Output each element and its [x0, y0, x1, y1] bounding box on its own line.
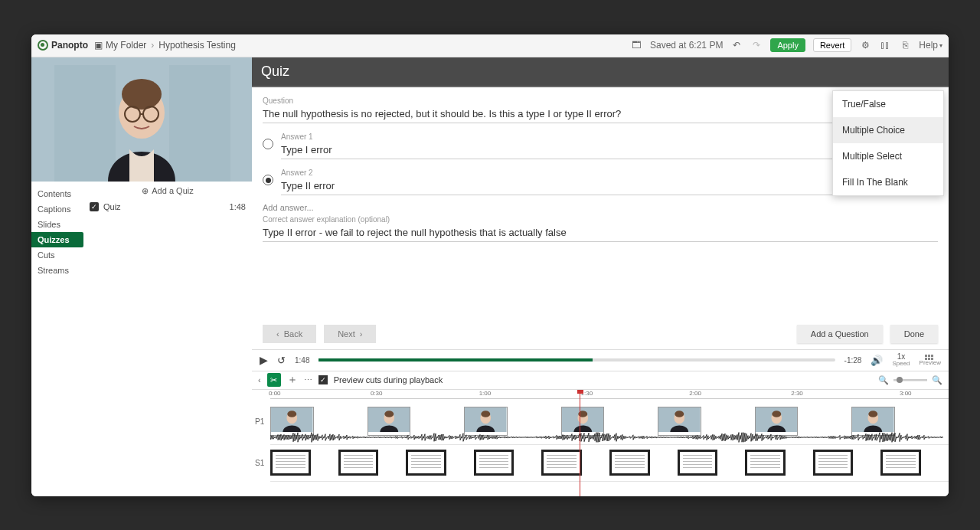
- apply-button[interactable]: Apply: [770, 38, 805, 52]
- answer-1-radio[interactable]: [263, 139, 273, 149]
- breadcrumb-folder[interactable]: ▣ My Folder: [94, 40, 146, 51]
- quiz-item-name: Quiz: [103, 202, 121, 211]
- plus-circle-icon: ⊕: [142, 186, 149, 196]
- slide-thumb-frame[interactable]: [813, 450, 854, 476]
- next-button[interactable]: Next›: [324, 325, 376, 343]
- rewind-icon[interactable]: ↺: [277, 355, 286, 366]
- svg-point-26: [772, 411, 781, 417]
- nav-contents[interactable]: Contents: [31, 186, 83, 201]
- nav-captions[interactable]: Captions: [31, 201, 83, 217]
- svg-point-23: [675, 411, 684, 417]
- play-icon[interactable]: ▶: [260, 354, 268, 366]
- volume-icon[interactable]: 🔊: [871, 355, 883, 366]
- ruler-mark: 2:30: [791, 390, 803, 397]
- more-tool-icon[interactable]: ⋯: [304, 375, 312, 385]
- zoom-in-icon[interactable]: 🔍: [932, 375, 942, 385]
- side-content: ⊕ Add a Quiz ✓ Quiz 1:48: [83, 182, 252, 496]
- slide-thumb-frame[interactable]: [270, 450, 311, 476]
- explanation-label: Correct answer explanation (optional): [263, 215, 938, 224]
- slide-thumb-frame[interactable]: [745, 450, 786, 476]
- nav-slides[interactable]: Slides: [31, 217, 83, 232]
- saved-status: Saved at 6:21 PM: [650, 40, 723, 51]
- left-panel: Contents Captions Slides Quizzes Cuts St…: [31, 57, 252, 496]
- brand-name: Panopto: [51, 40, 88, 51]
- add-answer-button[interactable]: Add answer...: [263, 203, 938, 212]
- side-nav: Contents Captions Slides Quizzes Cuts St…: [31, 182, 83, 496]
- type-option-truefalse[interactable]: True/False: [833, 91, 943, 117]
- quiz-list-item[interactable]: ✓ Quiz 1:48: [90, 201, 246, 213]
- ruler-mark: 3:00: [900, 390, 912, 397]
- revert-button[interactable]: Revert: [813, 38, 851, 52]
- remaining-time: -1:28: [844, 356, 862, 365]
- timeline[interactable]: 0:00 0:30 1:00 1:30 2:00 2:30 3:00 P1 S1: [252, 389, 949, 496]
- ruler-mark: 2:00: [689, 390, 701, 397]
- back-button[interactable]: ‹Back: [263, 325, 316, 343]
- chevron-down-icon: ▾: [939, 42, 942, 49]
- answer-2-radio[interactable]: [263, 175, 273, 185]
- slide-thumb-frame[interactable]: [406, 450, 446, 476]
- ruler-mark: 0:00: [269, 390, 281, 397]
- nav-streams[interactable]: Streams: [31, 263, 83, 278]
- undo-icon[interactable]: ↶: [730, 40, 743, 51]
- slide-thumb-frame[interactable]: [609, 450, 650, 476]
- speed-control[interactable]: 1x Speed: [892, 353, 910, 367]
- svg-point-17: [481, 411, 490, 417]
- help-label: Help: [919, 40, 938, 51]
- video-preview[interactable]: [31, 57, 252, 182]
- explanation-input[interactable]: [263, 224, 938, 242]
- preview-cuts-checkbox[interactable]: ✓: [318, 375, 328, 384]
- nav-cuts[interactable]: Cuts: [31, 247, 83, 263]
- slide-thumb-frame[interactable]: [338, 450, 379, 476]
- timeline-tools: ‹ ✂ ＋ ⋯ ✓ Preview cuts during playback 🔍…: [252, 371, 949, 389]
- type-option-fillblank[interactable]: Fill In The Blank: [833, 169, 943, 195]
- slide-thumb-frame[interactable]: [678, 450, 718, 476]
- svg-point-11: [287, 411, 296, 417]
- slide-thumb-frame[interactable]: [541, 450, 582, 476]
- help-menu[interactable]: Help ▾: [919, 40, 942, 51]
- chevron-right-icon: ›: [151, 40, 154, 51]
- zoom-out-icon[interactable]: 🔍: [878, 375, 889, 385]
- folder-icon: ▣: [94, 40, 103, 51]
- question-type-dropdown[interactable]: True/False Multiple Choice Multiple Sele…: [832, 90, 944, 196]
- track-slides[interactable]: S1: [270, 445, 949, 482]
- ruler-mark: 1:00: [479, 390, 492, 397]
- svg-point-29: [869, 411, 878, 417]
- track-label-s1: S1: [255, 459, 264, 467]
- redo-icon[interactable]: ↷: [750, 40, 763, 51]
- slide-thumb-frame[interactable]: [880, 450, 921, 476]
- track-primary[interactable]: P1: [270, 399, 949, 445]
- track-label-p1: P1: [255, 417, 264, 426]
- preview-cuts-label: Preview cuts during playback: [334, 375, 443, 384]
- type-option-multipleselect[interactable]: Multiple Select: [833, 143, 943, 169]
- ruler-mark: 0:30: [371, 390, 383, 397]
- add-question-button[interactable]: Add a Question: [797, 325, 883, 343]
- chevron-right-icon: ›: [360, 329, 363, 339]
- gear-icon[interactable]: ⚙: [859, 40, 871, 51]
- panopto-icon: [38, 40, 48, 51]
- breadcrumb-title[interactable]: Hypothesis Testing: [158, 40, 236, 51]
- brand-logo[interactable]: Panopto: [38, 40, 88, 51]
- svg-point-5: [122, 79, 162, 110]
- collapse-icon[interactable]: ‹: [258, 375, 261, 384]
- add-tool-icon[interactable]: ＋: [287, 373, 298, 387]
- type-option-multiplechoice[interactable]: Multiple Choice: [833, 117, 943, 143]
- editor-panel: Quiz Question Answer 1 Answer 2: [252, 57, 949, 496]
- chevron-left-icon: ‹: [276, 329, 279, 339]
- stats-icon[interactable]: ⫿⫿: [879, 40, 891, 51]
- cut-tool-icon[interactable]: ✂: [267, 373, 281, 387]
- slide-thumb-frame[interactable]: [474, 450, 514, 476]
- nav-quizzes[interactable]: Quizzes: [31, 232, 83, 247]
- breadcrumb: ▣ My Folder › Hypothesis Testing: [94, 40, 236, 51]
- quiz-header: Quiz: [252, 57, 949, 87]
- zoom-slider[interactable]: [893, 379, 927, 381]
- export-icon[interactable]: ⎘: [899, 40, 911, 51]
- progress-bar[interactable]: [318, 358, 835, 362]
- preview-grid[interactable]: Preview: [920, 355, 941, 366]
- captions-icon[interactable]: 🗔: [630, 40, 642, 51]
- svg-rect-3: [169, 65, 230, 182]
- add-quiz-button[interactable]: ⊕ Add a Quiz: [90, 186, 246, 196]
- playhead[interactable]: [580, 390, 580, 496]
- done-button[interactable]: Done: [890, 325, 938, 343]
- timeline-ruler[interactable]: 0:00 0:30 1:00 1:30 2:00 2:30 3:00: [270, 390, 949, 399]
- breadcrumb-folder-label: My Folder: [106, 40, 146, 51]
